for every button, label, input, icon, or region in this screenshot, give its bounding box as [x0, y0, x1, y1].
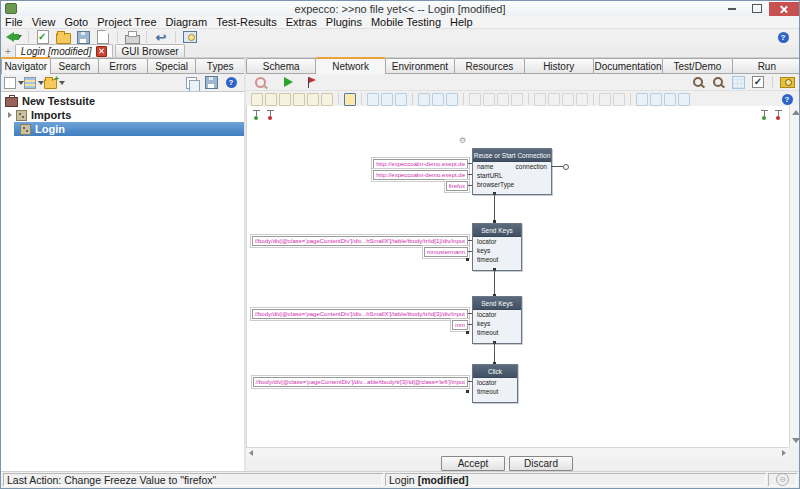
tab-login[interactable]: Login [modified]: [15, 44, 114, 57]
snapshot-button[interactable]: [777, 75, 797, 90]
tab-schema[interactable]: Schema: [246, 58, 316, 73]
zoom-out-button[interactable]: [708, 75, 728, 90]
tab-navigator[interactable]: Navigator: [1, 57, 51, 74]
undo-button[interactable]: ↩: [151, 30, 171, 45]
tab-types[interactable]: Types: [195, 58, 245, 73]
help-button[interactable]: ?: [773, 30, 793, 45]
pin-keys[interactable]: keys: [477, 320, 490, 327]
back-button[interactable]: [4, 30, 24, 45]
menu-item-help[interactable]: Help: [450, 16, 473, 28]
freeze-value-locator[interactable]: //body/div[@class='pageContentDiv']/div.…: [252, 236, 468, 246]
edit-tool-icon[interactable]: [469, 93, 481, 106]
run-button[interactable]: [278, 75, 298, 90]
network-help-button[interactable]: ?: [777, 92, 797, 107]
node-reuse-or-start-connection[interactable]: Reuse or Start Connection name startURL …: [472, 148, 552, 195]
menu-item-mobile-testing[interactable]: Mobile Testing: [371, 16, 441, 28]
debug-button[interactable]: [298, 75, 318, 90]
freeze-value-keys[interactable]: mm: [452, 320, 468, 330]
print-button[interactable]: [122, 30, 142, 45]
pin-timeout[interactable]: timeout: [477, 329, 498, 336]
pin-starturl[interactable]: startURL: [477, 172, 503, 179]
menu-item-project-tree[interactable]: Project Tree: [97, 16, 156, 28]
output-pin-icon[interactable]: [563, 164, 569, 170]
copy-button[interactable]: [181, 75, 201, 90]
tree-item-imports[interactable]: Imports: [1, 108, 244, 122]
accept-document-button[interactable]: [33, 30, 53, 45]
freeze-value-locator[interactable]: //body/div[@class='pageContentDiv']/div.…: [253, 377, 468, 387]
node-send-keys-1[interactable]: Send Keys locator keys timeout: [472, 223, 522, 271]
tab-network[interactable]: Network: [315, 57, 385, 74]
discard-button[interactable]: Discard: [509, 456, 573, 471]
menu-item-file[interactable]: File: [5, 16, 23, 28]
timeout-pin-icon[interactable]: [466, 331, 469, 334]
expander-icon[interactable]: [8, 112, 12, 118]
edit-tool-icon[interactable]: [678, 93, 690, 106]
pin-locator[interactable]: locator: [477, 238, 497, 245]
tree-item-login[interactable]: Login: [14, 122, 244, 136]
pin-name[interactable]: name: [477, 163, 493, 170]
scroll-up-icon[interactable]: [792, 110, 800, 115]
pin-green-icon[interactable]: [253, 110, 260, 120]
pin-browsertype[interactable]: browserType: [477, 181, 514, 188]
menu-item-goto[interactable]: Goto: [64, 16, 88, 28]
status-indicator-icon[interactable]: ⊖: [776, 473, 789, 486]
tab-gui-browser[interactable]: GUI Browser: [115, 44, 184, 57]
tab-history[interactable]: History: [524, 58, 594, 73]
new-folder-button[interactable]: [44, 75, 65, 90]
scroll-down-icon[interactable]: [792, 438, 800, 443]
tab-special[interactable]: Special: [147, 58, 197, 73]
edit-tool-icon[interactable]: [418, 93, 430, 106]
menu-item-extras[interactable]: Extras: [286, 16, 317, 28]
freeze-value-starturl[interactable]: http://expeccoalm-demo.exept.de: [373, 170, 468, 180]
edit-tool-icon[interactable]: [483, 93, 495, 106]
freeze-value-keys[interactable]: mmustermann: [424, 247, 468, 257]
tab-resources[interactable]: Resources: [454, 58, 524, 73]
edit-tool-icon[interactable]: [265, 93, 277, 106]
edit-tool-icon[interactable]: [321, 93, 333, 106]
scheduler-button[interactable]: [180, 30, 200, 45]
network-canvas[interactable]: ⚙ Reuse or Start Connection name startUR…: [246, 106, 789, 447]
node-send-keys-2[interactable]: Send Keys locator keys timeout: [472, 296, 522, 344]
edit-tool-icon[interactable]: [664, 93, 676, 106]
list-view-button[interactable]: [24, 75, 44, 90]
timeout-pin-icon[interactable]: [466, 258, 469, 261]
edit-tool-icon[interactable]: [381, 93, 393, 106]
edit-tool-icon[interactable]: [251, 93, 263, 106]
pin-connection[interactable]: connection: [516, 163, 547, 170]
timeout-pin-icon[interactable]: [466, 390, 469, 393]
snap-checkbox[interactable]: ✓: [748, 75, 768, 90]
edit-tool-icon[interactable]: [548, 93, 560, 106]
tab-errors[interactable]: Errors: [98, 58, 148, 73]
search-button[interactable]: [250, 75, 270, 90]
edit-tool-icon[interactable]: [307, 93, 319, 106]
pin-green-icon[interactable]: [761, 110, 768, 120]
save-file-button[interactable]: [73, 30, 93, 45]
grid-button[interactable]: [728, 75, 748, 90]
edit-tool-icon[interactable]: [636, 93, 648, 106]
edit-tool-icon[interactable]: [650, 93, 662, 106]
accept-button[interactable]: Accept: [441, 456, 505, 471]
edit-tool-icon[interactable]: [293, 93, 305, 106]
freeze-value-locator[interactable]: //body/div[@class='pageContentDiv']/div.…: [252, 309, 468, 319]
edit-tool-icon[interactable]: [279, 93, 291, 106]
edit-tool-icon[interactable]: [534, 93, 546, 106]
edit-tool-icon[interactable]: [599, 93, 611, 106]
gear-icon[interactable]: ⚙: [459, 136, 466, 145]
tab-run[interactable]: Run: [732, 58, 800, 73]
open-file-button[interactable]: [53, 30, 73, 45]
tree-view-button[interactable]: [4, 75, 24, 90]
pin-locator[interactable]: locator: [477, 311, 497, 318]
edit-tool-icon[interactable]: [613, 93, 625, 106]
pin-tab-icon[interactable]: +: [5, 46, 11, 57]
edit-tool-icon[interactable]: [344, 93, 356, 106]
pin-timeout[interactable]: timeout: [477, 256, 498, 263]
edit-tool-icon[interactable]: [367, 93, 379, 106]
edit-tool-icon[interactable]: [576, 93, 588, 106]
edit-tool-icon[interactable]: [511, 93, 523, 106]
new-document-button[interactable]: [93, 30, 113, 45]
edit-tool-icon[interactable]: [395, 93, 407, 106]
edit-tool-icon[interactable]: [497, 93, 509, 106]
save-tree-button[interactable]: [201, 75, 221, 90]
close-tab-icon[interactable]: [96, 46, 107, 57]
freeze-value-name[interactable]: http://expeccoalm-demo.exept.de: [373, 159, 468, 169]
